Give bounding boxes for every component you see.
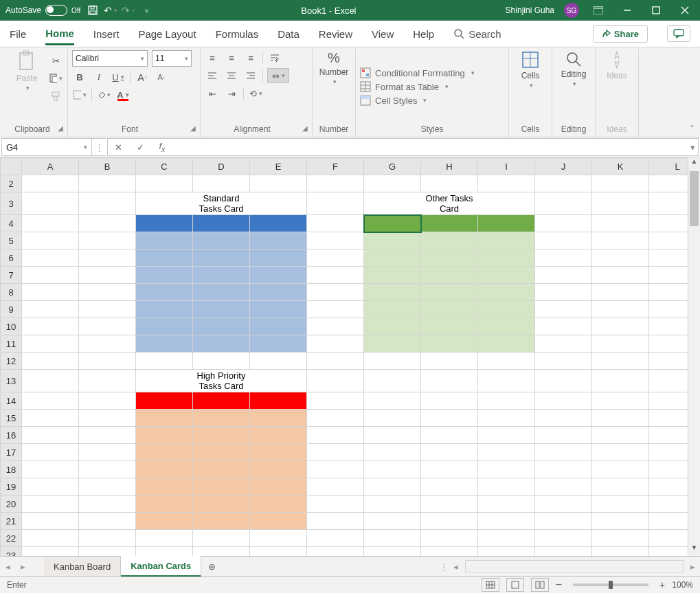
- cell-B6[interactable]: [79, 249, 136, 267]
- cell-B9[interactable]: [79, 301, 136, 318]
- cell-C17[interactable]: [136, 444, 193, 461]
- cell-G15[interactable]: [364, 410, 421, 427]
- cell-B12[interactable]: [79, 353, 136, 370]
- row-header-4[interactable]: 4: [1, 215, 22, 232]
- cell-A23[interactable]: [22, 547, 79, 557]
- font-size-select[interactable]: 11▾: [152, 50, 192, 67]
- cell-J10[interactable]: [535, 318, 592, 335]
- cell-J5[interactable]: [535, 232, 592, 249]
- cell-J9[interactable]: [535, 301, 592, 318]
- cell-A22[interactable]: [22, 530, 79, 547]
- col-header-F[interactable]: F: [307, 158, 364, 175]
- align-middle-icon[interactable]: ≡: [224, 50, 239, 65]
- cell-E3[interactable]: [250, 192, 307, 215]
- cell-A9[interactable]: [22, 301, 79, 318]
- font-color-icon[interactable]: A▾: [115, 87, 131, 102]
- scroll-up-icon[interactable]: ▲: [688, 157, 700, 170]
- cell-E17[interactable]: [250, 444, 307, 461]
- cell-B19[interactable]: [79, 478, 136, 496]
- row-header-22[interactable]: 22: [1, 530, 22, 547]
- cell-A18[interactable]: [22, 461, 79, 478]
- row-header-19[interactable]: 19: [1, 478, 22, 496]
- cell-E8[interactable]: [250, 284, 307, 301]
- row-header-14[interactable]: 14: [1, 392, 22, 410]
- cell-K13[interactable]: [592, 370, 649, 392]
- tab-insert[interactable]: Insert: [93, 28, 120, 40]
- cell-D10[interactable]: [193, 318, 250, 335]
- tab-formulas[interactable]: Formulas: [216, 28, 259, 40]
- cell-H4[interactable]: [421, 215, 478, 232]
- cell-A20[interactable]: [22, 496, 79, 513]
- cell-H11[interactable]: [421, 335, 478, 353]
- enter-formula-icon[interactable]: ✓: [134, 142, 146, 153]
- cell-F6[interactable]: [307, 249, 364, 267]
- cell-A19[interactable]: [22, 478, 79, 496]
- format-as-table-button[interactable]: Format as Table▾: [360, 80, 504, 93]
- tab-data[interactable]: Data: [278, 28, 300, 40]
- cell-I11[interactable]: [478, 335, 535, 353]
- row-header-20[interactable]: 20: [1, 496, 22, 513]
- cell-K19[interactable]: [592, 478, 649, 496]
- paste-button[interactable]: Paste ▾: [10, 50, 44, 123]
- cell-G6[interactable]: [364, 249, 421, 267]
- cell-G13[interactable]: [364, 370, 421, 392]
- cell-B7[interactable]: [79, 267, 136, 284]
- cell-D5[interactable]: [193, 232, 250, 249]
- collapse-ribbon-icon[interactable]: ˄: [690, 124, 695, 134]
- cell-E12[interactable]: [250, 353, 307, 370]
- cell-C11[interactable]: [136, 335, 193, 353]
- cell-K7[interactable]: [592, 267, 649, 284]
- cell-C15[interactable]: [136, 410, 193, 427]
- cell-J7[interactable]: [535, 267, 592, 284]
- zoom-out-icon[interactable]: −: [556, 579, 562, 591]
- cell-G12[interactable]: [364, 353, 421, 370]
- cell-H9[interactable]: [421, 301, 478, 318]
- ideas-button[interactable]: Ideas: [600, 50, 634, 80]
- cell-C18[interactable]: [136, 461, 193, 478]
- cell-G22[interactable]: [364, 530, 421, 547]
- cell-A13[interactable]: [22, 370, 79, 392]
- cell-F11[interactable]: [307, 335, 364, 353]
- cell-F21[interactable]: [307, 513, 364, 530]
- cell-K10[interactable]: [592, 318, 649, 335]
- cell-G14[interactable]: [364, 392, 421, 410]
- row-header-5[interactable]: 5: [1, 232, 22, 249]
- cell-K2[interactable]: [592, 175, 649, 192]
- cell-B13[interactable]: [79, 370, 136, 392]
- col-header-B[interactable]: B: [79, 158, 136, 175]
- user-avatar[interactable]: SG: [564, 3, 579, 18]
- row-header-7[interactable]: 7: [1, 267, 22, 284]
- tab-file[interactable]: File: [10, 28, 26, 40]
- cell-H8[interactable]: [421, 284, 478, 301]
- expand-formula-bar-icon[interactable]: ▾: [690, 142, 695, 153]
- cell-H10[interactable]: [421, 318, 478, 335]
- cell-C21[interactable]: [136, 513, 193, 530]
- cell-B15[interactable]: [79, 410, 136, 427]
- cell-C13[interactable]: [136, 370, 193, 392]
- tab-page-layout[interactable]: Page Layout: [138, 28, 196, 40]
- cell-I3[interactable]: [478, 192, 535, 215]
- font-name-select[interactable]: Calibri▾: [72, 50, 148, 67]
- cell-D13[interactable]: High Priority Tasks Card: [193, 370, 250, 392]
- number-format-button[interactable]: % Number ▾: [317, 50, 351, 85]
- cell-A15[interactable]: [22, 410, 79, 427]
- cell-A8[interactable]: [22, 284, 79, 301]
- cell-B14[interactable]: [79, 392, 136, 410]
- cell-A11[interactable]: [22, 335, 79, 353]
- cell-G10[interactable]: [364, 318, 421, 335]
- cell-D9[interactable]: [193, 301, 250, 318]
- cell-E14[interactable]: [250, 392, 307, 410]
- cell-J17[interactable]: [535, 444, 592, 461]
- cell-C5[interactable]: [136, 232, 193, 249]
- cell-H5[interactable]: [421, 232, 478, 249]
- comments-button[interactable]: [667, 25, 690, 42]
- cell-C14[interactable]: [136, 392, 193, 410]
- cell-C6[interactable]: [136, 249, 193, 267]
- cell-F8[interactable]: [307, 284, 364, 301]
- cell-F2[interactable]: [307, 175, 364, 192]
- cell-B23[interactable]: [79, 547, 136, 557]
- cell-K5[interactable]: [592, 232, 649, 249]
- tab-scroll-split[interactable]: ⋮: [440, 562, 449, 572]
- fill-color-icon[interactable]: ▾: [96, 87, 111, 102]
- cancel-formula-icon[interactable]: ✕: [112, 142, 124, 153]
